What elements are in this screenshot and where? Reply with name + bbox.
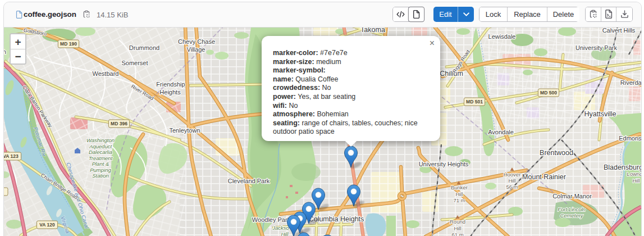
- map-label: Plant &: [92, 161, 109, 167]
- popup-row: power: Yes, at bar seating: [273, 93, 428, 102]
- popup-content: marker-color: #7e7e7e marker-size: mediu…: [262, 36, 440, 143]
- map-label: University Park: [576, 44, 617, 51]
- delete-button[interactable]: Delete: [547, 7, 579, 21]
- popup-row: seating: range of chairs, tables, couche…: [273, 119, 428, 137]
- svg-text:MD 190: MD 190: [60, 41, 77, 47]
- popup-row: marker-size: medium: [273, 58, 428, 67]
- svg-text:MD 500: MD 500: [540, 90, 557, 96]
- map-label: Bladensburg: [604, 164, 641, 171]
- map-label: Heights: [159, 89, 181, 96]
- popup-row: crowdedness: No: [273, 84, 428, 93]
- map-label: ch: [4, 48, 6, 55]
- road-shield: VA 120: [36, 221, 57, 229]
- map-label: Avondale: [488, 129, 514, 135]
- popup-row: marker-symbol:: [273, 66, 428, 75]
- map-label: Hill: [632, 178, 640, 184]
- edit-dropdown-toggle[interactable]: [458, 7, 474, 22]
- marker-popup: marker-color: #7e7e7e marker-size: mediu…: [262, 36, 440, 141]
- road-shield: MD 500: [538, 89, 559, 97]
- map-label: Dalecarlia: [89, 149, 112, 155]
- svg-text:VA 123: VA 123: [4, 153, 19, 159]
- map-label: Washington: [86, 137, 115, 143]
- map-label: Jackso: [272, 225, 289, 231]
- zoom-in-button[interactable]: +: [11, 34, 25, 49]
- map-label: 56 m: [506, 184, 518, 190]
- map-label: Calvert Hills: [602, 28, 636, 34]
- popup-row: name: Qualia Coffee: [273, 75, 428, 84]
- map-label: Riverdale: [620, 79, 641, 86]
- map-label: Takoma: [360, 28, 385, 34]
- map-label: Fort Lincoln: [558, 206, 586, 212]
- map-label: Hoover: [504, 171, 521, 178]
- view-toggle-group: [392, 7, 424, 22]
- doc-code-icon: [605, 10, 613, 19]
- road-shield: MD 501: [464, 98, 485, 106]
- zoom-control: + −: [10, 33, 26, 65]
- file-type-icon: [16, 11, 22, 21]
- svg-text:MD 396: MD 396: [111, 121, 127, 126]
- popup-close-button[interactable]: ×: [430, 39, 435, 48]
- road-shield: MD 396: [108, 120, 129, 128]
- file-holder: coffee.geojson 14.15 KiB: [3, 2, 642, 236]
- file-actions-group: Lock Replace Delete: [479, 7, 579, 22]
- edit-split-button: Edit: [433, 7, 474, 22]
- zoom-out-button[interactable]: −: [11, 49, 25, 63]
- map-label: Lewisdale: [488, 33, 516, 40]
- map-label: Hill: [508, 178, 515, 184]
- map-label: Hill: [455, 191, 463, 197]
- lock-button[interactable]: Lock: [479, 7, 508, 21]
- map-label: Chevy Chase: [178, 38, 215, 45]
- map-label: Hyattsville: [584, 110, 616, 118]
- map-label: 71 m: [453, 197, 465, 203]
- code-view-button[interactable]: [393, 7, 409, 21]
- download-button[interactable]: [616, 7, 632, 21]
- map-label: Tenleytown: [169, 127, 200, 134]
- open-raw-button[interactable]: [601, 7, 617, 21]
- map-label: University Heights: [419, 161, 469, 167]
- map-label: Hill: [281, 231, 289, 236]
- map-label: Station: [92, 173, 109, 179]
- popup-row: wifi: No: [273, 102, 428, 111]
- road-shield: MD 190: [58, 40, 79, 48]
- map-label: Cleveland Park: [228, 178, 270, 184]
- map-label: 61 m: [451, 232, 463, 236]
- file-size: 14.15 KiB: [97, 2, 128, 27]
- copy-file-path-button[interactable]: [83, 10, 90, 20]
- map-label: Round: [450, 219, 465, 225]
- map-label: Drummond: [129, 44, 159, 51]
- map-label: Mount Rainier: [522, 173, 566, 181]
- map-label: Woodley Park: [252, 216, 291, 223]
- road-shield: VA 123: [4, 152, 21, 160]
- download-icon: [620, 10, 629, 19]
- map-label: Edmonston: [619, 135, 641, 142]
- popup-row: atmosphere: Bohemian: [273, 110, 428, 119]
- chevron-down-icon: [463, 12, 469, 16]
- file-name: coffee.geojson: [24, 2, 76, 27]
- document-icon: [413, 10, 420, 19]
- map-label: Bunker: [451, 184, 468, 190]
- copy-to-clipboard-icon: [589, 10, 597, 19]
- popup-row: marker-color: #7e7e7e: [273, 49, 428, 58]
- code-icon: [396, 11, 405, 18]
- copy-file-contents-button[interactable]: [586, 7, 601, 21]
- rendered-view-button[interactable]: [409, 7, 424, 21]
- map-label: Hill: [454, 225, 461, 232]
- map-label: Colmar Manor: [552, 193, 592, 199]
- svg-text:MD 501: MD 501: [466, 99, 483, 105]
- map-label: Cemetery: [560, 212, 583, 219]
- geojson-map[interactable]: MD 190MD 396MD 500MD 501VA 123VA 1205 Ta…: [4, 28, 641, 236]
- edit-button[interactable]: Edit: [433, 7, 458, 22]
- road-shield: 5: [4, 188, 8, 196]
- replace-button[interactable]: Replace: [508, 7, 547, 21]
- map-label: Village: [187, 46, 205, 53]
- map-label: Lownde: [627, 171, 641, 177]
- file-header: coffee.geojson 14.15 KiB: [4, 2, 641, 28]
- map-label: Friendship: [156, 81, 185, 88]
- svg-text:VA 120: VA 120: [39, 222, 55, 228]
- map-label: Somerset: [121, 60, 148, 66]
- map-label: Brentwood: [540, 149, 573, 157]
- map-label: Westbard: [93, 70, 119, 77]
- file-icon-actions-group: [585, 7, 633, 22]
